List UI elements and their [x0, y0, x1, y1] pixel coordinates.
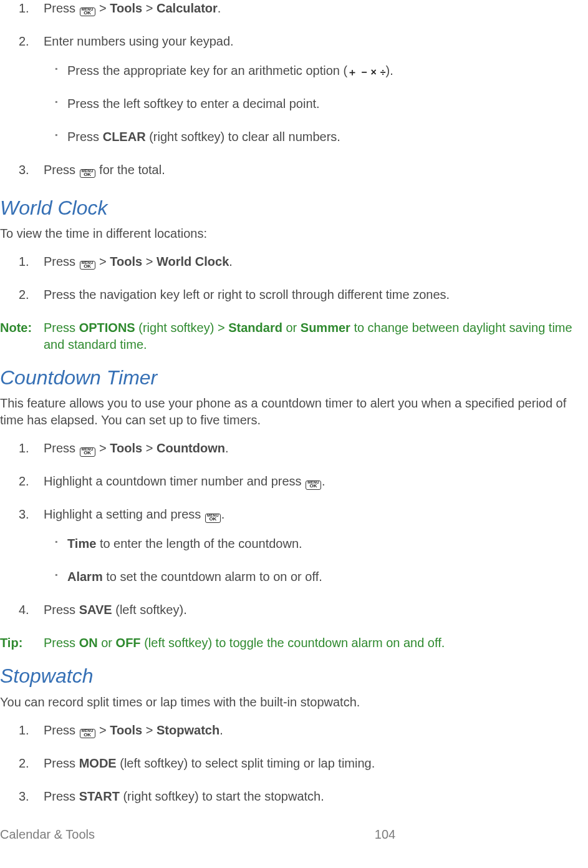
- step-number: 1.: [19, 440, 29, 457]
- step-number: 2.: [19, 755, 29, 772]
- step-text: >: [96, 723, 110, 737]
- menu-path: Stopwatch: [157, 723, 219, 737]
- menu-path: Tools: [110, 1, 142, 15]
- step-text: (right softkey) to clear all numbers.: [146, 130, 340, 144]
- list-item: 2. Press MODE (left softkey) to select s…: [0, 755, 588, 772]
- menu-path: Tools: [110, 723, 142, 737]
- menu-ok-icon: MENUOK: [80, 447, 95, 456]
- menu-path: Countdown: [157, 441, 225, 455]
- menu-ok-icon: MENUOK: [306, 480, 321, 489]
- section-intro: You can record split times or lap times …: [0, 694, 588, 711]
- step-text: Press the left softkey to enter a decima…: [67, 97, 320, 110]
- key-label: Standard: [228, 321, 282, 334]
- key-label: CLEAR: [103, 130, 146, 144]
- key-label: SAVE: [79, 603, 112, 617]
- note-text: Press: [44, 321, 79, 334]
- step-text: .: [218, 1, 221, 15]
- section-heading-world-clock: World Clock: [0, 195, 588, 222]
- key-label: ON: [79, 636, 98, 650]
- step-text: >: [142, 441, 157, 455]
- section-intro: This feature allows you to use your phon…: [0, 395, 588, 429]
- step-text: to enter the length of the countdown.: [96, 537, 302, 550]
- key-label: OPTIONS: [79, 321, 135, 334]
- list-item: 2. Enter numbers using your keypad. Pres…: [0, 33, 588, 145]
- key-label: Time: [67, 537, 96, 550]
- key-label: START: [79, 789, 120, 803]
- step-text: Press: [44, 789, 79, 803]
- step-text: >: [142, 1, 157, 15]
- step-text: >: [142, 255, 157, 268]
- footer-title: Calendar & Tools: [0, 826, 95, 843]
- step-number: 1.: [19, 722, 29, 739]
- page-footer: Calendar & Tools 104: [0, 826, 588, 843]
- tip-text: (left softkey) to toggle the countdown a…: [141, 636, 445, 650]
- step-text: (left softkey).: [112, 603, 187, 617]
- menu-ok-icon: MENUOK: [80, 7, 95, 16]
- step-number: 3.: [19, 162, 29, 178]
- step-text: .: [221, 507, 225, 521]
- key-label: MODE: [79, 756, 117, 770]
- step-text: Press the appropriate key for an arithme…: [67, 64, 347, 77]
- menu-path: Tools: [110, 441, 142, 455]
- sub-list: Time to enter the length of the countdow…: [44, 535, 588, 585]
- list-item: 4. Press SAVE (left softkey).: [0, 602, 588, 618]
- step-text: .: [225, 441, 229, 455]
- calculator-steps: 1. Press MENUOK > Tools > Calculator. 2.…: [0, 0, 588, 178]
- sub-list: Press the appropriate key for an arithme…: [44, 62, 588, 145]
- list-item: 1. Press MENUOK > Tools > Calculator.: [0, 0, 588, 17]
- step-text: for the total.: [96, 163, 165, 177]
- list-item: Press CLEAR (right softkey) to clear all…: [44, 129, 588, 145]
- list-item: Time to enter the length of the countdow…: [44, 535, 588, 552]
- section-heading-countdown: Countdown Timer: [0, 364, 588, 391]
- minus-icon: −: [361, 67, 367, 77]
- step-text: Press the navigation key left or right t…: [44, 288, 450, 301]
- step-number: 2.: [19, 286, 29, 303]
- step-text: to set the countdown alarm to on or off.: [103, 570, 322, 583]
- menu-ok-icon: MENUOK: [80, 169, 95, 178]
- tip-label: Tip:: [0, 635, 22, 651]
- menu-path: Tools: [110, 255, 142, 268]
- menu-path: Calculator: [157, 1, 218, 15]
- note-text: or: [282, 321, 301, 334]
- list-item: 3. Press MENUOK for the total.: [0, 162, 588, 178]
- plus-icon: ＋: [347, 67, 357, 77]
- note-text: (right softkey) >: [135, 321, 229, 334]
- step-text: Press: [44, 163, 79, 177]
- section-intro: To view the time in different locations:: [0, 225, 588, 242]
- step-text: ).: [386, 64, 393, 77]
- divide-icon: ÷: [380, 67, 386, 77]
- step-text: (right softkey) to start the stopwatch.: [120, 789, 324, 803]
- step-text: .: [229, 255, 233, 268]
- menu-path: World Clock: [157, 255, 229, 268]
- footer-page-number: 104: [287, 826, 395, 843]
- note-label: Note:: [0, 319, 32, 336]
- step-text: >: [142, 723, 157, 737]
- stopwatch-steps: 1. Press MENUOK > Tools > Stopwatch. 2. …: [0, 722, 588, 805]
- list-item: Alarm to set the countdown alarm to on o…: [44, 568, 588, 585]
- step-number: 1.: [19, 0, 29, 17]
- step-text: Press: [44, 756, 79, 770]
- list-item: 1. Press MENUOK > Tools > World Clock.: [0, 253, 588, 270]
- step-text: .: [219, 723, 223, 737]
- note-callout: Note: Press OPTIONS (right softkey) > St…: [0, 319, 588, 353]
- step-text: Press: [44, 1, 79, 15]
- countdown-steps: 1. Press MENUOK > Tools > Countdown. 2. …: [0, 440, 588, 618]
- step-text: Press: [44, 723, 79, 737]
- list-item: 1. Press MENUOK > Tools > Stopwatch.: [0, 722, 588, 739]
- arithmetic-operators-icon: ＋−×÷: [347, 67, 385, 77]
- step-number: 1.: [19, 253, 29, 270]
- step-text: (left softkey) to select split timing or…: [117, 756, 375, 770]
- list-item: Press the left softkey to enter a decima…: [44, 95, 588, 112]
- step-number: 4.: [19, 602, 29, 618]
- section-heading-stopwatch: Stopwatch: [0, 663, 588, 690]
- tip-text: or: [98, 636, 116, 650]
- step-number: 2.: [19, 33, 29, 50]
- document-page: 1. Press MENUOK > Tools > Calculator. 2.…: [0, 0, 588, 858]
- step-number: 3.: [19, 788, 29, 805]
- list-item: 3. Press START (right softkey) to start …: [0, 788, 588, 805]
- tip-callout: Tip: Press ON or OFF (left softkey) to t…: [0, 635, 588, 651]
- step-text: >: [96, 1, 110, 15]
- tip-text: Press: [44, 636, 79, 650]
- step-text: Press: [67, 130, 103, 144]
- key-label: OFF: [116, 636, 141, 650]
